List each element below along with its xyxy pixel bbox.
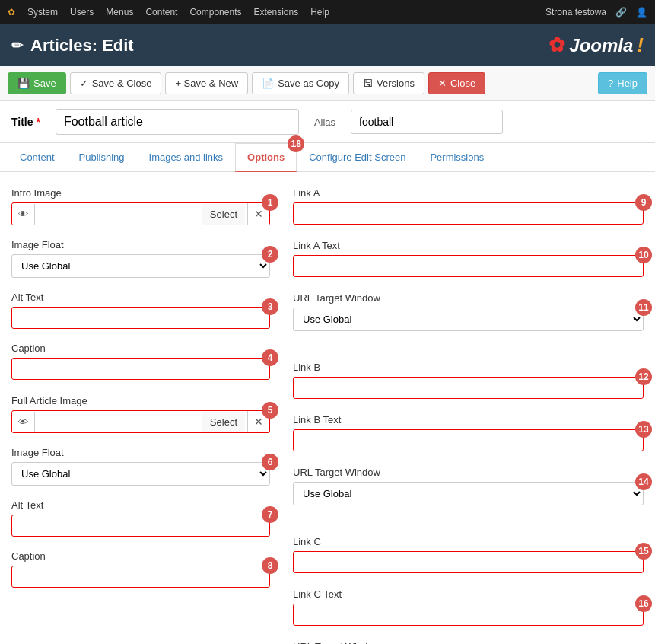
caption-group: Caption 4 xyxy=(11,343,270,380)
save-button[interactable]: 💾 Save xyxy=(8,72,66,94)
joomla-exclamation: ! xyxy=(637,33,644,57)
link-c-text-group: Link C Text 16 xyxy=(293,588,644,626)
nav-content[interactable]: Content xyxy=(145,7,177,18)
full-image-float-group: Image Float Use Global None Left Right 6 xyxy=(11,447,270,486)
url-target-a-field-wrap: Use Global Parent New Window Popup 11 xyxy=(293,308,644,331)
versions-button[interactable]: 🖫 Versions xyxy=(353,72,424,94)
full-caption-label: Caption xyxy=(11,550,270,562)
image-float-label: Image Float xyxy=(11,239,270,250)
nav-components[interactable]: Components xyxy=(189,7,241,18)
tab-configure[interactable]: Configure Edit Screen xyxy=(297,143,418,171)
alias-label: Alias xyxy=(314,116,335,128)
link-a-text-label: Link A Text xyxy=(293,240,644,251)
link-c-field-wrap: 15 xyxy=(293,551,644,573)
tab-images-links[interactable]: Images and links xyxy=(137,143,236,171)
url-target-a-group: URL Target Window Use Global Parent New … xyxy=(293,292,644,331)
tab-publishing[interactable]: Publishing xyxy=(67,143,137,171)
full-caption-group: Caption 8 xyxy=(11,550,270,588)
url-target-b-select[interactable]: Use Global Parent New Window Popup xyxy=(293,482,644,505)
left-column: Intro Image 👁 Select ✕ 1 Image Float Use… xyxy=(11,187,270,644)
link-a-badge: 9 xyxy=(635,194,652,211)
intro-image-text-input[interactable] xyxy=(37,204,199,225)
link-a-field-wrap: 9 xyxy=(293,202,644,225)
alt-text-field-wrap: 3 xyxy=(11,307,270,329)
header-bar: ✏ Articles: Edit ✿ Joomla! xyxy=(0,24,655,66)
alias-input[interactable] xyxy=(351,110,503,134)
full-image-eye-button[interactable]: 👁 xyxy=(12,412,35,432)
intro-image-input-row: 👁 Select ✕ xyxy=(11,202,270,225)
link-b-text-input[interactable] xyxy=(293,429,644,451)
full-image-text-input[interactable] xyxy=(37,412,199,432)
external-link-icon: 🔗 xyxy=(615,7,627,18)
full-image-float-select-wrap: Use Global None Left Right xyxy=(11,462,270,486)
tab-options[interactable]: Options 18 xyxy=(235,143,297,172)
nav-help[interactable]: Help xyxy=(310,7,329,18)
title-row: Title * Alias xyxy=(0,101,655,143)
url-target-a-select[interactable]: Use Global Parent New Window Popup xyxy=(293,308,644,331)
image-float-select[interactable]: Use Global None Left Right xyxy=(11,254,270,278)
full-caption-input[interactable] xyxy=(11,566,270,588)
image-float-group: Image Float Use Global None Left Right 2 xyxy=(11,239,270,278)
image-float-select-wrap: Use Global None Left Right xyxy=(11,254,270,278)
intro-image-label: Intro Image xyxy=(11,187,270,199)
nav-extensions[interactable]: Extensions xyxy=(253,7,298,18)
full-article-image-group: Full Article Image 👁 Select ✕ 5 xyxy=(11,395,270,433)
link-b-text-field-wrap: 13 xyxy=(293,429,644,451)
link-a-input[interactable] xyxy=(293,202,644,225)
help-button[interactable]: ? Help xyxy=(598,72,647,94)
link-b-input[interactable] xyxy=(293,377,644,399)
intro-image-select-button[interactable]: Select xyxy=(202,204,245,225)
right-column: Link A 9 Link A Text 10 URL Target Windo… xyxy=(293,187,644,644)
full-image-float-field-wrap: Use Global None Left Right 6 xyxy=(11,462,270,486)
user-icon[interactable]: 👤 xyxy=(636,7,647,18)
full-alt-text-label: Alt Text xyxy=(11,499,270,511)
url-target-c-label: URL Target Window xyxy=(293,641,644,644)
alt-text-badge: 3 xyxy=(262,298,278,315)
tab-content[interactable]: Content xyxy=(8,143,67,171)
caption-input[interactable] xyxy=(11,358,270,380)
alt-text-input[interactable] xyxy=(11,307,270,329)
full-article-image-label: Full Article Image xyxy=(11,395,270,406)
url-target-b-badge: 14 xyxy=(635,473,652,490)
link-b-group: Link B 12 xyxy=(293,362,644,399)
link-a-text-field-wrap: 10 xyxy=(293,255,644,277)
intro-image-eye-button[interactable]: 👁 xyxy=(12,204,35,225)
link-a-text-input[interactable] xyxy=(293,255,644,277)
save-new-button[interactable]: + Save & New xyxy=(165,72,248,94)
help-icon: ? xyxy=(608,78,613,89)
site-name[interactable]: Strona testowa xyxy=(545,7,606,18)
link-c-text-badge: 16 xyxy=(635,595,652,612)
tab-permissions[interactable]: Permissions xyxy=(418,143,496,171)
right-gap-1 xyxy=(293,346,644,362)
title-input[interactable] xyxy=(56,109,299,135)
copy-icon: 📄 xyxy=(262,78,274,89)
link-c-badge: 15 xyxy=(635,543,652,560)
right-gap-2 xyxy=(293,521,644,536)
top-nav-right: Strona testowa 🔗 👤 xyxy=(545,7,647,18)
link-a-text-group: Link A Text 10 xyxy=(293,240,644,277)
caption-badge: 4 xyxy=(262,349,278,366)
close-icon: ✕ xyxy=(438,78,447,89)
link-c-text-field-wrap: 16 xyxy=(293,604,644,626)
url-target-a-badge: 11 xyxy=(635,299,652,316)
save-close-button[interactable]: ✓ Save & Close xyxy=(70,72,162,94)
url-target-a-select-wrap: Use Global Parent New Window Popup xyxy=(293,308,644,331)
save-copy-button[interactable]: 📄 Save as Copy xyxy=(252,72,349,94)
full-image-float-select[interactable]: Use Global None Left Right xyxy=(11,462,270,486)
link-c-input[interactable] xyxy=(293,551,644,573)
full-image-float-badge: 6 xyxy=(262,454,278,470)
url-target-b-group: URL Target Window Use Global Parent New … xyxy=(293,467,644,505)
full-alt-text-input[interactable] xyxy=(11,515,270,537)
intro-image-field-wrap: 👁 Select ✕ 1 xyxy=(11,202,270,225)
alt-text-group: Alt Text 3 xyxy=(11,292,270,329)
link-b-text-label: Link B Text xyxy=(293,414,644,426)
full-image-select-button[interactable]: Select xyxy=(202,412,245,432)
close-button[interactable]: ✕ Close xyxy=(428,72,485,94)
nav-menus[interactable]: Menus xyxy=(106,7,133,18)
link-c-label: Link C xyxy=(293,536,644,547)
link-c-text-input[interactable] xyxy=(293,604,644,626)
url-target-b-select-wrap: Use Global Parent New Window Popup xyxy=(293,482,644,505)
nav-system[interactable]: System xyxy=(27,7,58,18)
nav-users[interactable]: Users xyxy=(70,7,94,18)
tabs-bar: Content Publishing Images and links Opti… xyxy=(0,143,655,172)
